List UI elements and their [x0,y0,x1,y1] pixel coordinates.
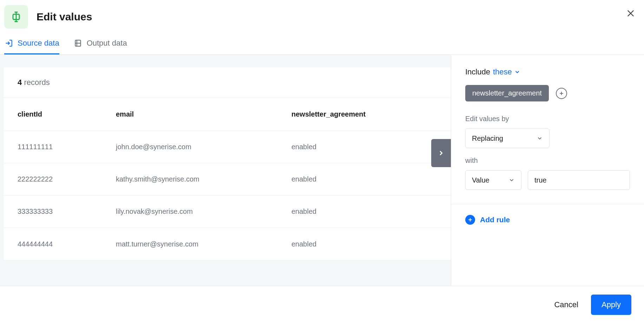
plus-circle-icon [465,215,475,225]
with-value-input[interactable] [528,170,630,190]
dialog-footer: Cancel Apply [0,286,644,323]
col-header-email: email [116,110,291,118]
cancel-button[interactable]: Cancel [554,300,578,309]
table-header-row: clientId email newsletter_agreement [4,98,451,131]
add-column-chip-button[interactable] [556,88,567,99]
table-row: 222222222 kathy.smith@synerise.com enabl… [4,163,451,196]
source-data-panel: 4 records clientId email newsletter_agre… [0,55,451,294]
edit-by-select[interactable]: Replacing [465,128,550,148]
col-header-clientid: clientId [18,110,116,118]
add-rule-button[interactable]: Add rule [465,215,630,225]
output-data-icon [73,39,83,48]
column-chip[interactable]: newsletter_agreement [465,85,549,101]
cell-clientid: 333333333 [18,207,116,216]
table-row: 111111111 john.doe@synerise.com enabled [4,131,451,163]
table-row: 333333333 lily.novak@synerise.com enable… [4,196,451,228]
chevron-down-icon [514,69,520,75]
source-data-icon [4,39,13,48]
main-area: 4 records clientId email newsletter_agre… [0,54,644,294]
cell-newsletter: enabled [291,207,437,216]
chevron-down-icon [537,135,543,141]
cell-email: kathy.smith@synerise.com [116,175,291,183]
with-label: with [465,157,630,165]
edit-values-icon [4,5,28,29]
cell-newsletter: enabled [291,240,437,248]
cell-clientid: 444444444 [18,240,116,248]
cell-email: matt.turner@synerise.com [116,240,291,248]
include-mode-dropdown[interactable]: these [493,67,520,77]
table-row: 444444444 matt.turner@synerise.com enabl… [4,228,451,260]
col-header-newsletter: newsletter_agreement [291,110,437,118]
tabs-bar: Source data Output data [0,35,644,54]
columns-chip-row: newsletter_agreement [465,85,630,101]
edit-by-label: Edit values by [465,115,630,123]
apply-button[interactable]: Apply [591,295,631,315]
include-label: Include [465,67,490,77]
chevron-down-icon [508,177,515,183]
cell-newsletter: enabled [291,175,437,183]
expand-panel-button[interactable] [431,139,451,167]
plus-icon [559,91,564,96]
with-type-select[interactable]: Value [465,170,521,190]
records-table: clientId email newsletter_agreement 1111… [4,98,451,260]
cell-email: lily.novak@synerise.com [116,207,291,216]
cell-clientid: 222222222 [18,175,116,183]
dialog-header: Edit values [0,0,644,35]
tab-label: Output data [87,39,127,48]
cell-email: john.doe@synerise.com [116,143,291,151]
records-count: 4 records [4,67,451,98]
cell-clientid: 111111111 [18,143,116,151]
config-panel: Include these newsletter_agreement Edit … [451,55,644,294]
tab-label: Source data [18,39,59,48]
divider [451,204,644,204]
records-card: 4 records clientId email newsletter_agre… [4,67,451,260]
tab-output-data[interactable]: Output data [73,35,127,54]
close-button[interactable] [626,8,636,20]
tab-source-data[interactable]: Source data [4,35,59,54]
include-row: Include these [465,67,630,77]
dialog-title: Edit values [37,11,92,23]
chevron-right-icon [437,149,445,157]
cell-newsletter: enabled [291,143,437,151]
